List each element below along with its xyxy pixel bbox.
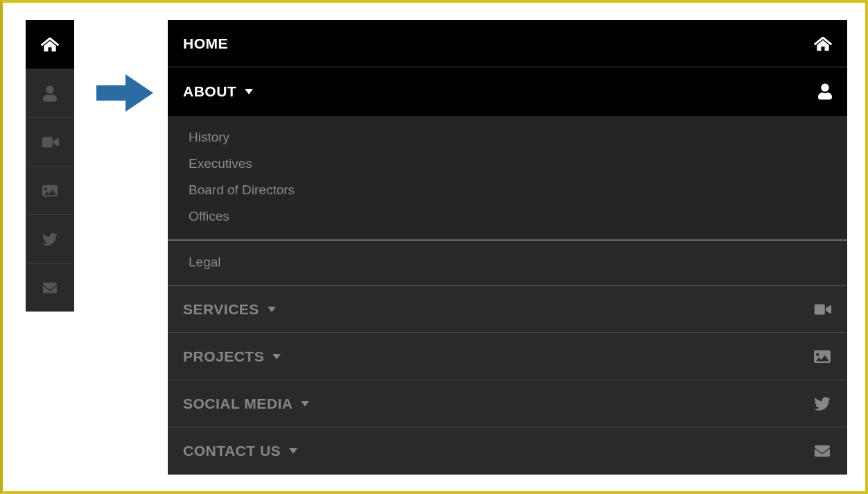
rail-item-about[interactable] bbox=[26, 69, 74, 117]
chevron-down-icon bbox=[245, 89, 253, 94]
menu-item-home[interactable]: HOME bbox=[168, 20, 847, 67]
menu-label: PROJECTS bbox=[183, 348, 264, 365]
icon-rail bbox=[26, 20, 74, 312]
video-icon bbox=[813, 303, 832, 316]
expanded-menu: HOME ABOUT History Executives Board of D… bbox=[168, 20, 847, 475]
menu-item-social[interactable]: SOCIAL MEDIA bbox=[168, 380, 847, 427]
twitter-icon bbox=[41, 232, 59, 247]
user-icon bbox=[43, 85, 57, 102]
menu-label: CONTACT US bbox=[183, 443, 281, 459]
chevron-down-icon bbox=[268, 307, 276, 312]
rail-item-home[interactable] bbox=[26, 20, 74, 69]
about-submenu-secondary: Legal bbox=[168, 240, 847, 286]
user-icon bbox=[818, 83, 832, 100]
menu-item-contact[interactable]: CONTACT US bbox=[168, 427, 847, 475]
image-icon bbox=[813, 348, 832, 365]
home-icon bbox=[41, 36, 59, 53]
rail-item-contact[interactable] bbox=[26, 263, 74, 312]
sub-item-history[interactable]: History bbox=[168, 124, 847, 151]
arrow-right-icon bbox=[96, 72, 155, 114]
about-submenu-primary: History Executives Board of Directors Of… bbox=[168, 116, 847, 240]
menu-label: ABOUT bbox=[183, 83, 236, 100]
app-frame: HOME ABOUT History Executives Board of D… bbox=[0, 0, 868, 494]
sub-item-offices[interactable]: Offices bbox=[168, 203, 847, 230]
rail-item-services[interactable] bbox=[26, 117, 74, 166]
sub-item-legal[interactable]: Legal bbox=[168, 248, 847, 277]
mail-icon bbox=[813, 443, 832, 459]
menu-item-projects[interactable]: PROJECTS bbox=[168, 333, 847, 380]
menu-label: HOME bbox=[183, 35, 228, 52]
chevron-down-icon bbox=[289, 448, 297, 454]
chevron-down-icon bbox=[272, 354, 281, 359]
twitter-icon bbox=[813, 395, 832, 412]
sub-item-board[interactable]: Board of Directors bbox=[168, 177, 847, 203]
menu-item-about[interactable]: ABOUT bbox=[168, 67, 847, 116]
rail-item-social[interactable] bbox=[26, 214, 74, 263]
rail-item-projects[interactable] bbox=[26, 166, 74, 214]
home-icon bbox=[814, 35, 832, 52]
mail-icon bbox=[41, 281, 59, 295]
image-icon bbox=[41, 183, 59, 198]
menu-label: SERVICES bbox=[183, 301, 259, 318]
chevron-down-icon bbox=[301, 401, 309, 407]
menu-item-services[interactable]: SERVICES bbox=[168, 286, 847, 333]
sub-item-executives[interactable]: Executives bbox=[168, 151, 847, 177]
video-icon bbox=[41, 135, 59, 149]
menu-label: SOCIAL MEDIA bbox=[183, 395, 293, 412]
